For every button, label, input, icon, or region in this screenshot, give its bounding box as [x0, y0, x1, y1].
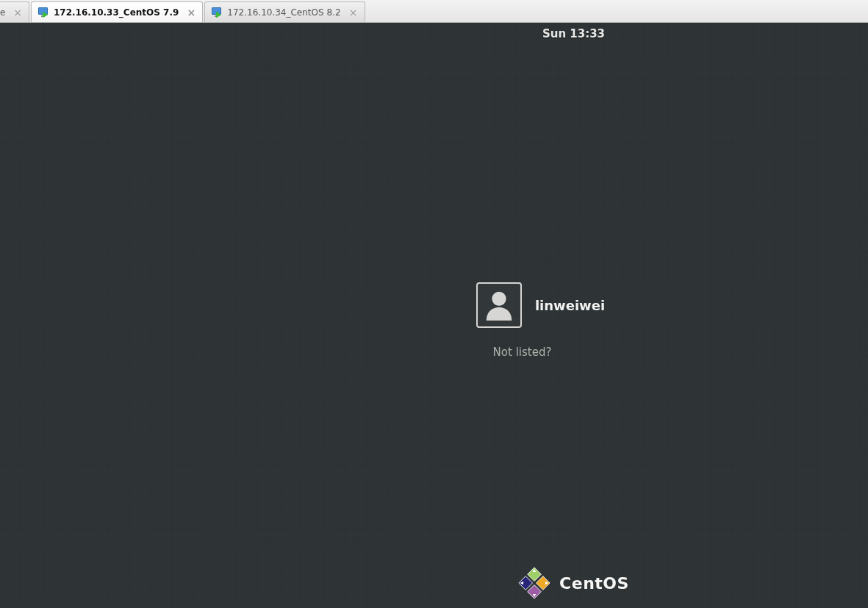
not-listed-link[interactable]: Not listed? [493, 346, 552, 359]
avatar [476, 282, 522, 328]
distro-branding: CentOS [0, 567, 868, 599]
close-icon[interactable]: × [12, 7, 23, 18]
distro-name: CentOS [559, 574, 629, 593]
running-vm-icon [211, 7, 223, 18]
not-listed-label: Not listed? [493, 346, 552, 359]
close-icon[interactable]: × [186, 7, 196, 18]
tab-label-fragment: e [0, 7, 5, 18]
tab-label: 172.16.10.33_CentOS 7.9 [54, 7, 179, 18]
user-entry-linweiwei[interactable]: linweiwei [470, 279, 611, 331]
tab-label: 172.16.10.34_CentOS 8.2 [227, 7, 340, 18]
vm-tab-bar: e × 172.16.10.33_CentOS 7.9 × 172.16.10.… [0, 0, 868, 23]
username-label: linweiwei [535, 298, 605, 313]
person-icon [482, 288, 516, 322]
guest-desktop: Sun 13:33 linweiwei Not listed? [0, 23, 868, 608]
running-vm-icon [37, 7, 49, 18]
close-icon[interactable]: × [348, 7, 359, 18]
svg-point-0 [492, 292, 506, 306]
gdm-login-area: linweiwei Not listed? [0, 23, 868, 608]
vm-tab-partial[interactable]: e × [0, 1, 29, 22]
vm-tab-centos-8-2[interactable]: 172.16.10.34_CentOS 8.2 × [204, 1, 365, 22]
centos-logo-icon [518, 567, 550, 599]
vm-tab-centos-7-9[interactable]: 172.16.10.33_CentOS 7.9 × [31, 1, 203, 22]
